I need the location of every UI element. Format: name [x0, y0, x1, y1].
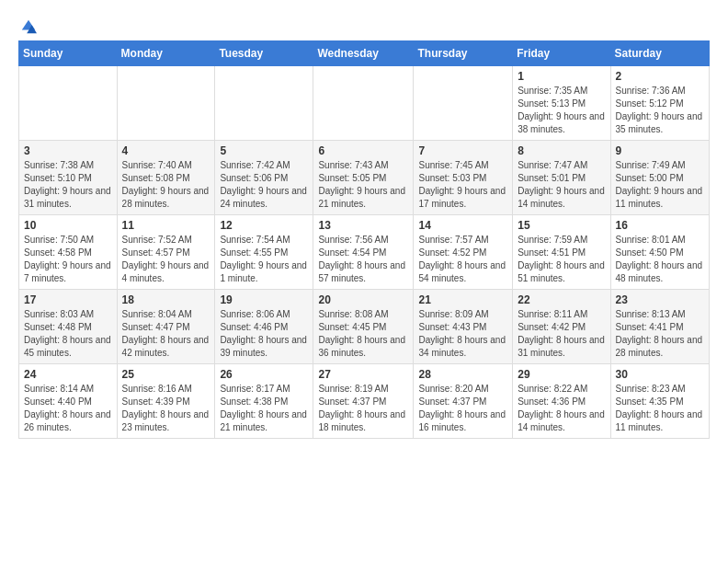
day-number: 10: [24, 219, 112, 232]
calendar-cell: [414, 66, 513, 141]
day-info: Sunrise: 8:01 AM Sunset: 4:50 PM Dayligh…: [616, 234, 704, 285]
day-info: Sunrise: 7:36 AM Sunset: 5:12 PM Dayligh…: [616, 85, 704, 136]
day-number: 1: [518, 70, 605, 83]
day-info: Sunrise: 8:11 AM Sunset: 4:42 PM Dayligh…: [518, 308, 605, 360]
day-info: Sunrise: 8:09 AM Sunset: 4:43 PM Dayligh…: [418, 308, 507, 360]
calendar-cell: 1Sunrise: 7:35 AM Sunset: 5:13 PM Daylig…: [513, 66, 610, 141]
day-info: Sunrise: 7:40 AM Sunset: 5:08 PM Dayligh…: [122, 159, 210, 211]
day-info: Sunrise: 7:54 AM Sunset: 4:55 PM Dayligh…: [220, 234, 308, 285]
calendar-cell: 16Sunrise: 8:01 AM Sunset: 4:50 PM Dayli…: [610, 215, 709, 290]
day-info: Sunrise: 8:03 AM Sunset: 4:48 PM Dayligh…: [24, 308, 112, 360]
day-info: Sunrise: 8:04 AM Sunset: 4:47 PM Dayligh…: [122, 308, 210, 360]
weekday-header-friday: Friday: [513, 41, 610, 66]
logo: [18, 18, 37, 35]
day-number: 21: [418, 293, 507, 306]
calendar-week-3: 10Sunrise: 7:50 AM Sunset: 4:58 PM Dayli…: [19, 215, 710, 290]
calendar-cell: [313, 66, 414, 141]
day-info: Sunrise: 7:35 AM Sunset: 5:13 PM Dayligh…: [518, 85, 605, 136]
day-info: Sunrise: 7:42 AM Sunset: 5:06 PM Dayligh…: [220, 159, 308, 211]
page: SundayMondayTuesdayWednesdayThursdayFrid…: [0, 0, 728, 448]
calendar-cell: 23Sunrise: 8:13 AM Sunset: 4:41 PM Dayli…: [610, 290, 709, 364]
day-info: Sunrise: 8:14 AM Sunset: 4:40 PM Dayligh…: [24, 383, 112, 434]
day-info: Sunrise: 8:22 AM Sunset: 4:36 PM Dayligh…: [518, 383, 605, 434]
day-number: 14: [418, 219, 507, 232]
calendar-cell: 25Sunrise: 8:16 AM Sunset: 4:39 PM Dayli…: [117, 364, 215, 439]
calendar-cell: 11Sunrise: 7:52 AM Sunset: 4:57 PM Dayli…: [117, 215, 215, 290]
calendar-cell: 20Sunrise: 8:08 AM Sunset: 4:45 PM Dayli…: [313, 290, 414, 364]
calendar-cell: 6Sunrise: 7:43 AM Sunset: 5:05 PM Daylig…: [313, 141, 414, 215]
day-number: 7: [418, 144, 507, 157]
day-number: 9: [616, 144, 704, 157]
day-info: Sunrise: 7:59 AM Sunset: 4:51 PM Dayligh…: [518, 234, 605, 285]
day-number: 3: [24, 144, 112, 157]
day-info: Sunrise: 7:52 AM Sunset: 4:57 PM Dayligh…: [122, 234, 210, 285]
day-number: 2: [616, 70, 704, 83]
day-number: 28: [418, 368, 507, 381]
calendar-cell: 7Sunrise: 7:45 AM Sunset: 5:03 PM Daylig…: [414, 141, 513, 215]
day-info: Sunrise: 8:17 AM Sunset: 4:38 PM Dayligh…: [220, 383, 308, 434]
day-info: Sunrise: 8:08 AM Sunset: 4:45 PM Dayligh…: [318, 308, 408, 360]
calendar-cell: 10Sunrise: 7:50 AM Sunset: 4:58 PM Dayli…: [19, 215, 118, 290]
weekday-row: SundayMondayTuesdayWednesdayThursdayFrid…: [19, 41, 710, 66]
calendar-cell: [117, 66, 215, 141]
day-number: 13: [318, 219, 408, 232]
day-info: Sunrise: 7:43 AM Sunset: 5:05 PM Dayligh…: [318, 159, 408, 211]
weekday-header-tuesday: Tuesday: [215, 41, 313, 66]
day-number: 6: [318, 144, 408, 157]
calendar-cell: 21Sunrise: 8:09 AM Sunset: 4:43 PM Dayli…: [414, 290, 513, 364]
calendar-cell: 29Sunrise: 8:22 AM Sunset: 4:36 PM Dayli…: [513, 364, 610, 439]
day-number: 4: [122, 144, 210, 157]
weekday-header-saturday: Saturday: [610, 41, 709, 66]
calendar: SundayMondayTuesdayWednesdayThursdayFrid…: [18, 40, 710, 439]
day-number: 11: [122, 219, 210, 232]
day-number: 20: [318, 293, 408, 306]
day-number: 27: [318, 368, 408, 381]
day-info: Sunrise: 8:16 AM Sunset: 4:39 PM Dayligh…: [122, 383, 210, 434]
day-number: 24: [24, 368, 112, 381]
weekday-header-thursday: Thursday: [414, 41, 513, 66]
calendar-week-1: 1Sunrise: 7:35 AM Sunset: 5:13 PM Daylig…: [19, 66, 710, 141]
calendar-cell: 18Sunrise: 8:04 AM Sunset: 4:47 PM Dayli…: [117, 290, 215, 364]
calendar-cell: 8Sunrise: 7:47 AM Sunset: 5:01 PM Daylig…: [513, 141, 610, 215]
calendar-cell: 19Sunrise: 8:06 AM Sunset: 4:46 PM Dayli…: [215, 290, 313, 364]
day-info: Sunrise: 8:19 AM Sunset: 4:37 PM Dayligh…: [318, 383, 408, 434]
day-number: 23: [616, 293, 704, 306]
day-number: 26: [220, 368, 308, 381]
calendar-week-2: 3Sunrise: 7:38 AM Sunset: 5:10 PM Daylig…: [19, 141, 710, 215]
calendar-cell: 5Sunrise: 7:42 AM Sunset: 5:06 PM Daylig…: [215, 141, 313, 215]
calendar-week-4: 17Sunrise: 8:03 AM Sunset: 4:48 PM Dayli…: [19, 290, 710, 364]
calendar-cell: 26Sunrise: 8:17 AM Sunset: 4:38 PM Dayli…: [215, 364, 313, 439]
day-number: 16: [616, 219, 704, 232]
calendar-cell: 15Sunrise: 7:59 AM Sunset: 4:51 PM Dayli…: [513, 215, 610, 290]
day-number: 5: [220, 144, 308, 157]
day-number: 15: [518, 219, 605, 232]
calendar-cell: 13Sunrise: 7:56 AM Sunset: 4:54 PM Dayli…: [313, 215, 414, 290]
day-number: 30: [616, 368, 704, 381]
calendar-week-5: 24Sunrise: 8:14 AM Sunset: 4:40 PM Dayli…: [19, 364, 710, 439]
calendar-cell: 14Sunrise: 7:57 AM Sunset: 4:52 PM Dayli…: [414, 215, 513, 290]
day-info: Sunrise: 7:47 AM Sunset: 5:01 PM Dayligh…: [518, 159, 605, 211]
day-number: 12: [220, 219, 308, 232]
day-info: Sunrise: 7:56 AM Sunset: 4:54 PM Dayligh…: [318, 234, 408, 285]
calendar-header: SundayMondayTuesdayWednesdayThursdayFrid…: [19, 41, 710, 66]
day-number: 18: [122, 293, 210, 306]
logo-icon: [20, 18, 37, 35]
day-info: Sunrise: 8:23 AM Sunset: 4:35 PM Dayligh…: [616, 383, 704, 434]
day-info: Sunrise: 8:06 AM Sunset: 4:46 PM Dayligh…: [220, 308, 308, 360]
calendar-cell: 9Sunrise: 7:49 AM Sunset: 5:00 PM Daylig…: [610, 141, 709, 215]
day-number: 19: [220, 293, 308, 306]
day-info: Sunrise: 7:50 AM Sunset: 4:58 PM Dayligh…: [24, 234, 112, 285]
calendar-cell: 3Sunrise: 7:38 AM Sunset: 5:10 PM Daylig…: [19, 141, 118, 215]
calendar-cell: 12Sunrise: 7:54 AM Sunset: 4:55 PM Dayli…: [215, 215, 313, 290]
day-number: 25: [122, 368, 210, 381]
calendar-cell: 17Sunrise: 8:03 AM Sunset: 4:48 PM Dayli…: [19, 290, 118, 364]
calendar-body: 1Sunrise: 7:35 AM Sunset: 5:13 PM Daylig…: [19, 66, 710, 439]
day-number: 17: [24, 293, 112, 306]
calendar-cell: 2Sunrise: 7:36 AM Sunset: 5:12 PM Daylig…: [610, 66, 709, 141]
day-info: Sunrise: 8:13 AM Sunset: 4:41 PM Dayligh…: [616, 308, 704, 360]
weekday-header-monday: Monday: [117, 41, 215, 66]
day-info: Sunrise: 7:57 AM Sunset: 4:52 PM Dayligh…: [418, 234, 507, 285]
day-info: Sunrise: 7:49 AM Sunset: 5:00 PM Dayligh…: [616, 159, 704, 211]
calendar-cell: 4Sunrise: 7:40 AM Sunset: 5:08 PM Daylig…: [117, 141, 215, 215]
day-info: Sunrise: 8:20 AM Sunset: 4:37 PM Dayligh…: [418, 383, 507, 434]
